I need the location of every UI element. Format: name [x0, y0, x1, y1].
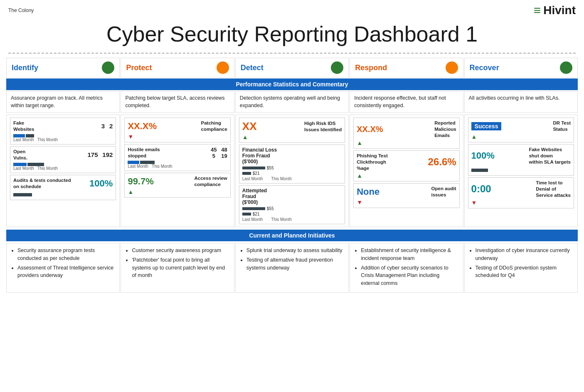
- fake-websites-label: FakeWebsites: [13, 120, 34, 132]
- initiative-recover-2: Testing of DDoS prevention system schedu…: [476, 264, 572, 280]
- col-header-protect: Protect: [121, 58, 234, 78]
- commentary-identify: Assurance program on track. All metrics …: [6, 91, 120, 113]
- recover-circle: [560, 61, 572, 74]
- ids-trend: ▲: [242, 134, 248, 140]
- initiative-respond-1: Establishment of security intelligence &…: [361, 247, 458, 262]
- fake-websites-sla-bar: [471, 169, 488, 172]
- initiative-protect-2: 'Patchtober' focal point to bring all sy…: [132, 256, 229, 279]
- fake-websites-bar-last: [13, 134, 25, 137]
- fraud-sub-last: Last Month: [242, 176, 263, 181]
- initiatives-identify: Security assurance program tests conduct…: [6, 243, 120, 293]
- recover-label: Recover: [470, 64, 499, 72]
- hostile-emails-val-last2: 5 19: [209, 153, 227, 159]
- audits-bar: [13, 193, 32, 196]
- fraud-val-this: $21: [253, 171, 260, 176]
- dashboard: Identify Protect Detect Respond Recover …: [0, 54, 584, 297]
- open-vulns-val-last: 175: [87, 151, 98, 158]
- open-vulns-bar-last: [13, 163, 27, 166]
- initiatives-recover: Investigation of cyber insurance current…: [464, 243, 578, 293]
- phishing-val: 26.6%: [428, 156, 456, 168]
- protect-label: Protect: [126, 64, 152, 72]
- patching-val: XX.X%: [128, 121, 157, 132]
- fraud-bar-last: [242, 167, 265, 169]
- col-headers: Identify Protect Detect Respond Recover: [6, 58, 578, 78]
- fake-websites-metric: FakeWebsites 3 2 Last Month This Month: [10, 118, 116, 145]
- open-vulns-bar-this: [27, 163, 44, 166]
- initiative-respond-2: Addition of cyber security scenarios to …: [361, 264, 458, 287]
- time-lost-label: Time lost toDenial ofService attacks: [536, 180, 571, 198]
- initiative-identify-2: Assessment of Threat Intelligence servic…: [17, 264, 114, 280]
- hostile-emails-val-last: 45 48: [211, 147, 227, 153]
- main-title: Cyber Security Reporting Dashboard 1: [8, 17, 576, 54]
- perf-header: Performance Statistics and Commentary: [6, 78, 578, 90]
- attempted-val-this: $21: [253, 212, 260, 216]
- fake-websites-sla-label: Fake Websitesshut downwithin SLA targets: [529, 147, 571, 165]
- phishing-test-metric: Phishing TestClickthrough%age 26.6% ▲: [353, 150, 459, 181]
- access-review-label: Access reviewcompliance: [195, 175, 227, 188]
- audits-label: Audits & tests conductedon schedule: [13, 177, 71, 190]
- dr-test-val: Success: [471, 122, 502, 130]
- fake-websites-sla-metric: 100% Fake Websitesshut downwithin SLA ta…: [468, 144, 574, 176]
- audits-val: 100%: [89, 178, 113, 189]
- initiative-recover-1: Investigation of cyber insurance current…: [476, 247, 572, 262]
- commentary-respond: Incident response effective, but staff n…: [350, 91, 463, 113]
- commentary-detect: Detection systems operating well and bei…: [235, 91, 349, 113]
- reported-malicious-label: ReportedMaliciousEmails: [434, 120, 456, 139]
- dr-test-label: DR TestStatus: [553, 120, 571, 132]
- dr-test-trend: ▲: [471, 133, 477, 140]
- logo-icon: ≡: [534, 3, 541, 17]
- reported-malicious-trend: ▲: [357, 140, 362, 146]
- protect-metrics: XX.X% Patchingcompliance ▼ Hostile email…: [121, 115, 234, 227]
- initiative-protect-1: Customer security awareness program: [132, 247, 229, 255]
- respond-circle: [446, 61, 458, 74]
- patching-label: Patchingcompliance: [201, 120, 227, 132]
- dr-test-metric: Success DR TestStatus ▲: [468, 118, 574, 142]
- identify-metrics: FakeWebsites 3 2 Last Month This Month: [6, 115, 120, 227]
- attempted-sub-this: This Month: [271, 217, 291, 222]
- detect-label: Detect: [241, 64, 264, 72]
- commentary-row: Assurance program on track. All metrics …: [6, 91, 578, 113]
- hostile-emails-label: Hostile emailsstopped: [128, 147, 160, 159]
- col-header-identify: Identify: [6, 58, 120, 78]
- detect-circle: [331, 61, 343, 74]
- open-vulns-val-this: 192: [102, 151, 113, 158]
- reported-malicious-metric: XX.X% ReportedMaliciousEmails ▲: [353, 118, 459, 149]
- initiatives-detect: Splunk trial underway to assess suitabil…: [235, 243, 349, 293]
- ids-val: XX: [242, 120, 257, 133]
- open-audit-val: None: [357, 186, 379, 197]
- col-header-recover: Recover: [464, 58, 578, 78]
- top-bar: The Colony ≡ Hivint: [0, 0, 584, 17]
- attempted-sub-last: Last Month: [242, 217, 263, 222]
- respond-label: Respond: [355, 64, 387, 72]
- respond-metrics: XX.X% ReportedMaliciousEmails ▲ Phishing…: [350, 115, 463, 227]
- audits-metric: Audits & tests conductedon schedule 100%: [10, 175, 116, 200]
- reported-malicious-val: XX.X%: [357, 125, 383, 134]
- fake-websites-sub: Last Month This Month: [13, 137, 113, 142]
- access-review-trend: ▲: [128, 189, 133, 195]
- attempted-fraud-metric: AttemptedFraud($'000) $55 $21 Last Month…: [239, 185, 345, 224]
- initiatives-protect: Customer security awareness program 'Pat…: [121, 243, 234, 293]
- fake-websites-bar-this: [26, 134, 34, 137]
- commentary-recover: All activities occurring in line with SL…: [464, 91, 578, 113]
- hostile-bar2: [140, 161, 155, 164]
- open-vulns-label: OpenVulns.: [13, 149, 27, 161]
- fake-websites-val-this: 2: [109, 122, 113, 130]
- fraud-sub-this: This Month: [271, 176, 291, 181]
- open-audit-metric: None Open auditissues ▼: [353, 183, 459, 208]
- financial-loss-metric: Financial LossFrom Fraud($'000) $55 $21 …: [239, 145, 345, 184]
- org-name: The Colony: [8, 7, 34, 13]
- initiative-identify-1: Security assurance program tests conduct…: [17, 247, 114, 262]
- metrics-section: FakeWebsites 3 2 Last Month This Month: [6, 115, 578, 227]
- initiative-detect-2: Testing of alternative fraud prevention …: [246, 256, 343, 272]
- access-review-metric: 99.7% Access reviewcompliance ▲: [124, 173, 230, 198]
- logo-text: Hivint: [543, 4, 576, 17]
- phishing-label: Phishing TestClickthrough%age: [357, 153, 388, 172]
- detect-metrics: XX High Risk IDSIssues Identified ▲ Fina…: [235, 115, 349, 227]
- initiatives-row: Security assurance program tests conduct…: [6, 243, 578, 293]
- attempted-fraud-label: AttemptedFraud($'000): [242, 188, 267, 205]
- identify-circle: [102, 61, 114, 74]
- initiatives-respond: Establishment of security intelligence &…: [350, 243, 463, 293]
- open-audit-label: Open auditissues: [431, 186, 456, 198]
- financial-loss-label: Financial LossFrom Fraud($'000): [242, 147, 277, 164]
- fraud-bar-this: [242, 172, 251, 175]
